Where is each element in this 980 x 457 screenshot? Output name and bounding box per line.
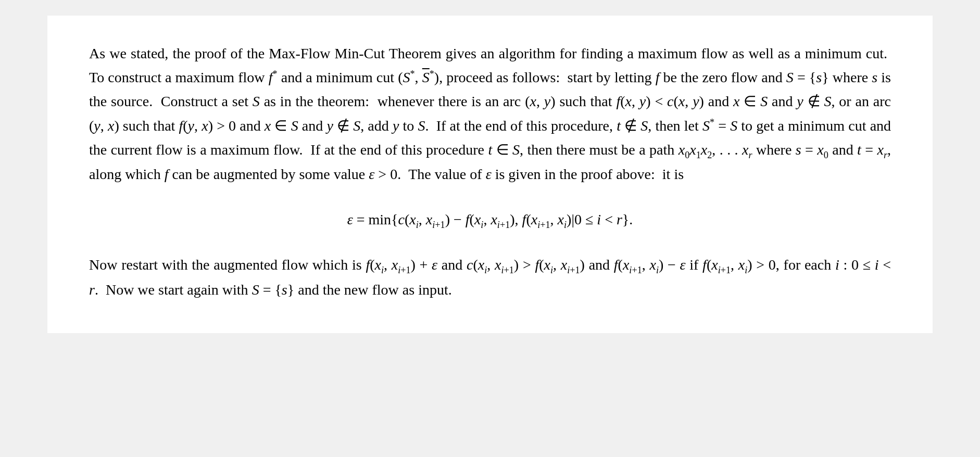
main-paragraph: As we stated, the proof of the Max-Flow … xyxy=(89,42,891,187)
equation-block: ε = min{c(xi, xi+1) − f(xi, xi+1), f(xi+… xyxy=(89,208,891,233)
bottom-paragraph: Now restart with the augmented flow whic… xyxy=(89,253,891,302)
bottom-paragraph-text: Now restart with the augmented flow whic… xyxy=(89,257,891,298)
page-content: As we stated, the proof of the Max-Flow … xyxy=(47,16,933,333)
paragraph-text: As we stated, the proof of the Max-Flow … xyxy=(89,45,891,182)
equation-text: ε = min{c(xi, xi+1) − f(xi, xi+1), f(xi+… xyxy=(347,208,633,233)
